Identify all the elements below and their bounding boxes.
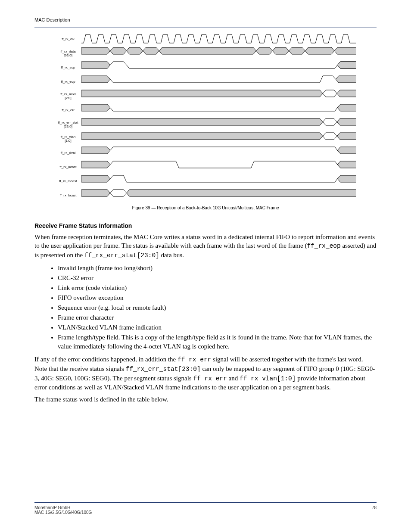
footer-left: MorethanIP GmbH MAC 1G/2.5G/10G/40G/100G — [34, 505, 92, 515]
code-ff-rx-err: ff_rx_err — [177, 356, 211, 363]
header-title: MAC Description — [34, 17, 70, 22]
list-item: Sequence error (e.g. local or remote fau… — [58, 303, 377, 313]
svg-marker-22 — [81, 133, 323, 140]
list-item: Frame length/type field. This is a copy … — [58, 333, 377, 352]
signal-row: ff_rx_err — [55, 103, 356, 118]
svg-marker-24 — [337, 133, 356, 140]
list-item: Frame error character — [58, 313, 377, 323]
signal-label: ff_rx_ucast — [55, 165, 81, 169]
signal-row: ff_rx_mcast — [55, 174, 356, 189]
paragraph-2: If any of the error conditions happened,… — [34, 355, 377, 392]
header-rule — [34, 28, 377, 28]
code-ff-rx-eop: ff_rx_eop — [307, 243, 340, 249]
list-item: CRC-32 error — [58, 273, 377, 283]
p2-text-d: and — [227, 375, 240, 382]
signal-label: ff_rx_dval — [55, 151, 81, 155]
footer-company: MorethanIP GmbH — [34, 505, 70, 510]
signal-row: ff_rx_mod [2:0] — [55, 89, 356, 103]
signal-label: ff_rx_data [63:0] — [55, 50, 81, 58]
code-ff-rx-err-stat2: ff_rx_err_stat[23:0] — [126, 366, 201, 373]
section-heading: Receive Frame Status Information — [34, 222, 377, 229]
svg-marker-17 — [81, 104, 110, 111]
svg-marker-6 — [273, 47, 289, 54]
svg-marker-28 — [337, 161, 356, 168]
paragraph-3: The frame status word is defined in the … — [34, 395, 377, 404]
signal-label: ff_rx_eop — [55, 80, 81, 84]
svg-marker-5 — [256, 47, 273, 54]
bit-wave — [81, 103, 356, 118]
p2-text-a: If any of the error conditions happened,… — [34, 356, 177, 363]
signal-row: ff_rx_err_stat [23:0] — [55, 118, 356, 132]
svg-marker-20 — [323, 118, 337, 125]
svg-marker-13 — [336, 76, 356, 83]
p1-text-c: data bus. — [159, 252, 184, 258]
svg-marker-25 — [81, 147, 110, 154]
signal-row: ff_rx_data [63:0] — [55, 47, 356, 61]
signal-row: ff_rx_eop — [55, 75, 356, 89]
svg-marker-4 — [159, 47, 256, 54]
footer-pagenum: 78 — [372, 505, 377, 515]
signal-label: ff_rx_mod [2:0] — [55, 93, 81, 100]
svg-marker-33 — [127, 190, 356, 196]
signal-row: ff_rx_dval — [55, 146, 356, 160]
svg-marker-2 — [127, 47, 143, 54]
code-ff-rx-vlan: ff_rx_vlan[1:0] — [240, 375, 296, 382]
code-ff-rx-err-stat: ff_rx_err_stat[23:0] — [84, 252, 159, 259]
list-item: VLAN/Stacked VLAN frame indication — [58, 323, 377, 333]
svg-marker-31 — [81, 190, 110, 196]
svg-marker-19 — [81, 118, 323, 125]
signal-label: ff_rx_sop — [55, 66, 81, 70]
clock-wave — [81, 32, 356, 47]
svg-marker-0 — [81, 47, 110, 54]
page-header: MAC Description — [34, 17, 377, 22]
bit-wave — [81, 146, 356, 160]
figure-caption: Figure 39 — Reception of a Back-to-Back … — [34, 205, 377, 210]
paragraph-1: When frame reception terminates, the MAC… — [34, 233, 377, 260]
svg-marker-1 — [110, 47, 127, 54]
signal-label: ff_rx_bcast — [55, 194, 81, 198]
error-list: Invalid length (frame too long/short) CR… — [34, 263, 377, 352]
svg-marker-9 — [334, 47, 356, 54]
svg-marker-11 — [337, 62, 356, 68]
bus-wave — [81, 89, 356, 103]
signal-row: ff_rx_sop — [55, 61, 356, 75]
svg-marker-18 — [337, 104, 356, 111]
signal-row: ff_rx_vlan [1:0] — [55, 132, 356, 146]
list-item: Invalid length (frame too long/short) — [58, 263, 377, 273]
footer-product: MAC 1G/2.5G/10G/40G/100G — [34, 510, 92, 515]
svg-marker-15 — [323, 90, 337, 97]
svg-marker-3 — [143, 47, 159, 54]
svg-marker-10 — [81, 62, 110, 68]
signal-label: ff_rx_err — [55, 109, 81, 112]
svg-marker-29 — [81, 175, 110, 182]
bit-wave — [81, 75, 356, 89]
bit-wave — [81, 160, 356, 174]
list-item: Link error (code violation) — [58, 283, 377, 293]
bit-wave — [81, 189, 356, 203]
svg-marker-26 — [337, 147, 356, 154]
signal-row: ff_rx_bcast — [55, 189, 356, 203]
footer-rule — [34, 502, 377, 503]
svg-marker-32 — [110, 190, 127, 196]
signal-label: ff_rx_clk — [55, 37, 81, 41]
list-item: FIFO overflow exception — [58, 293, 377, 303]
signal-label: ff_rx_mcast — [55, 180, 81, 184]
signal-row: ff_rx_ucast — [55, 160, 356, 174]
timing-diagram: ff_rx_clk ff_rx_data [63:0] — [55, 32, 356, 203]
svg-marker-8 — [305, 47, 334, 54]
svg-marker-23 — [323, 133, 337, 140]
signal-row-clk: ff_rx_clk — [55, 32, 356, 47]
signal-label: ff_rx_vlan [1:0] — [55, 135, 81, 143]
bit-wave — [81, 61, 356, 75]
svg-marker-7 — [289, 47, 305, 54]
svg-marker-30 — [337, 175, 356, 182]
svg-marker-21 — [337, 118, 356, 125]
bus-wave — [81, 47, 356, 61]
svg-marker-12 — [81, 76, 110, 83]
svg-marker-27 — [81, 161, 110, 168]
signal-label: ff_rx_err_stat [23:0] — [55, 121, 81, 129]
bit-wave — [81, 174, 356, 189]
svg-marker-14 — [81, 90, 323, 97]
code-ff-rx-err2: ff_rx_err — [193, 375, 227, 382]
bus-wave — [81, 118, 356, 132]
